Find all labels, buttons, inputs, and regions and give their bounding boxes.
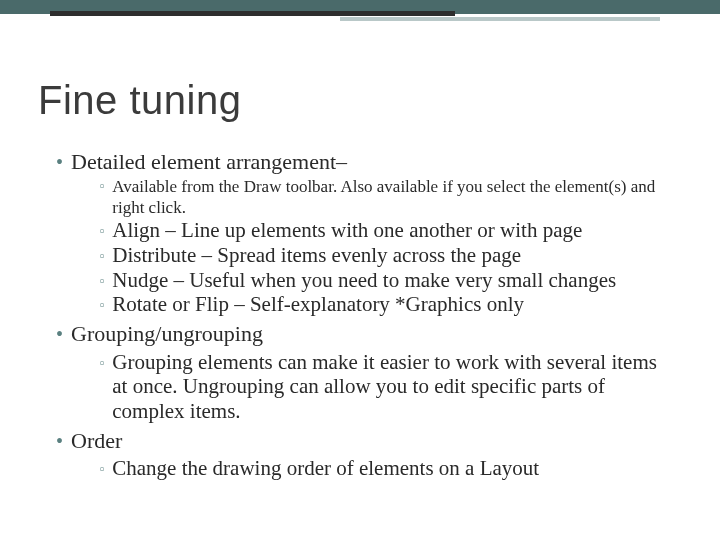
bullet-level-2: ▫ Rotate or Flip – Self-explanatory *Gra… — [100, 292, 660, 317]
bullet-text: Grouping/ungrouping — [71, 321, 263, 347]
bullet-level-2: ▫ Available from the Draw toolbar. Also … — [100, 177, 660, 218]
accent-line-teal — [340, 17, 660, 21]
bullet-text: Detailed element arrangement– — [71, 149, 347, 175]
slide: Fine tuning • Detailed element arrangeme… — [0, 0, 720, 540]
bullet-text: Distribute – Spread items evenly across … — [112, 243, 521, 268]
slide-title: Fine tuning — [38, 78, 660, 123]
sub-bullet-marker-icon: ▫ — [100, 298, 104, 312]
bullet-level-2: ▫ Nudge – Useful when you need to make v… — [100, 268, 660, 293]
sub-bullet-marker-icon: ▫ — [100, 356, 104, 370]
sub-bullet-marker-icon: ▫ — [100, 224, 104, 238]
bullet-text: Change the drawing order of elements on … — [112, 456, 539, 481]
sub-bullet-marker-icon: ▫ — [100, 249, 104, 263]
bullet-level-1: • Order — [56, 428, 660, 454]
bullet-marker-icon: • — [56, 150, 63, 174]
bullet-text: Order — [71, 428, 122, 454]
content-area: Fine tuning • Detailed element arrangeme… — [38, 78, 660, 481]
bullet-level-1: • Detailed element arrangement– — [56, 149, 660, 175]
bullet-marker-icon: • — [56, 429, 63, 453]
bullet-level-1: • Grouping/ungrouping — [56, 321, 660, 347]
bullet-level-2: ▫ Align – Line up elements with one anot… — [100, 218, 660, 243]
bullet-text: Available from the Draw toolbar. Also av… — [112, 177, 660, 218]
bullet-text: Rotate or Flip – Self-explanatory *Graph… — [112, 292, 524, 317]
bullet-text: Nudge – Useful when you need to make ver… — [112, 268, 616, 293]
sub-bullet-marker-icon: ▫ — [100, 462, 104, 476]
sub-bullet-marker-icon: ▫ — [100, 274, 104, 288]
sub-bullet-marker-icon: ▫ — [100, 179, 104, 193]
bullet-marker-icon: • — [56, 322, 63, 346]
bullet-text: Grouping elements can make it easier to … — [112, 350, 660, 424]
bullet-level-2: ▫ Grouping elements can make it easier t… — [100, 350, 660, 424]
bullet-text: Align – Line up elements with one anothe… — [112, 218, 582, 243]
accent-line-dark — [50, 11, 455, 16]
bullet-level-2: ▫ Change the drawing order of elements o… — [100, 456, 660, 481]
bullet-level-2: ▫ Distribute – Spread items evenly acros… — [100, 243, 660, 268]
